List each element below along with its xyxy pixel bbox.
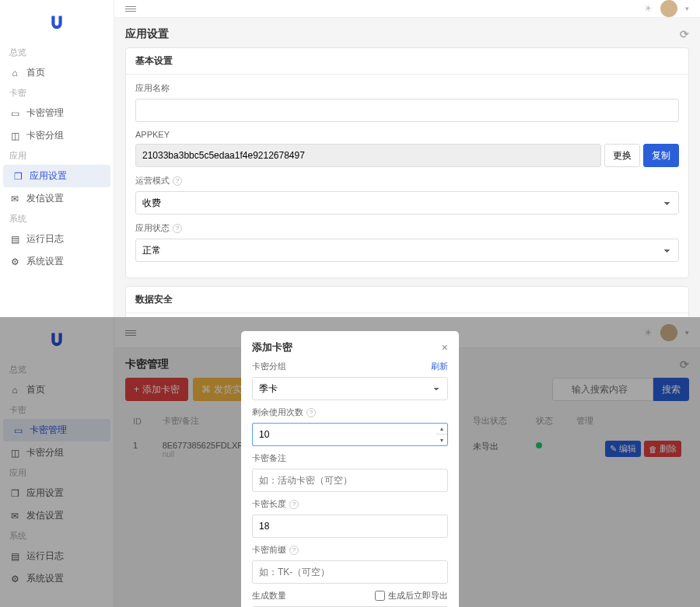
menu-toggle-icon[interactable] [125, 5, 136, 12]
card-basic-header: 基本设置 [126, 48, 688, 75]
nav-run-log[interactable]: ▤运行日志 [0, 228, 114, 250]
avatar[interactable] [660, 0, 677, 17]
help-icon[interactable]: ? [173, 176, 182, 186]
label-times: 剩余使用次数 [252, 406, 303, 418]
help-icon[interactable]: ? [173, 224, 182, 233]
nav-send-settings[interactable]: ✉发信设置 [0, 187, 114, 210]
copy-button[interactable]: 复制 [643, 144, 679, 167]
length-input[interactable] [252, 515, 448, 538]
card-security: 数据安全 数据签名? 关闭 数据有效期? 秒 [125, 286, 689, 317]
cube-icon: ❒ [12, 171, 23, 182]
main: ☀ ▾ 应用设置 ⟳ 基本设置 应用名称 APPKEY 更换 [114, 0, 700, 317]
gear-icon: ⚙ [9, 256, 20, 267]
mail-icon: ✉ [9, 194, 20, 204]
sidebar: 总览 ⌂首页 卡密 ▭卡密管理 ◫卡密分组 应用 ❒应用设置 ✉发信设置 系统 … [0, 0, 114, 317]
label-status: 应用状态? [135, 222, 679, 234]
card-basic: 基本设置 应用名称 APPKEY 更换 复制 运营模式? 收费 [125, 47, 689, 278]
remark-input[interactable] [252, 469, 448, 492]
nav-home[interactable]: ⌂首页 [0, 61, 114, 84]
step-up-icon[interactable]: ▲ [436, 424, 447, 434]
prefix-input[interactable] [252, 560, 448, 584]
add-card-modal: 添加卡密 × 卡密分组刷新 季卡 剩余使用次数? ▲▼ 卡密备注 卡密长度? [241, 331, 459, 607]
section-card: 卡密 [0, 84, 114, 102]
log-icon: ▤ [9, 234, 20, 245]
status-select[interactable]: 正常 [135, 239, 679, 262]
page-title: 应用设置 ⟳ [114, 18, 700, 47]
label-remark: 卡密备注 [252, 452, 448, 464]
modal-title: 添加卡密 [252, 340, 292, 354]
label-count: 生成数量 [252, 590, 286, 602]
label-appkey: APPKEY [135, 130, 679, 139]
home-icon: ⌂ [9, 68, 20, 78]
close-icon[interactable]: × [442, 341, 448, 354]
help-icon[interactable]: ? [289, 500, 299, 509]
section-app: 应用 [0, 147, 114, 165]
theme-icon[interactable]: ☀ [644, 3, 653, 14]
logo-icon [49, 14, 65, 30]
modal-overlay: 添加卡密 × 卡密分组刷新 季卡 剩余使用次数? ▲▼ 卡密备注 卡密长度? [0, 317, 700, 607]
label-mode: 运营模式? [135, 175, 679, 187]
export-now-checkbox[interactable]: 生成后立即导出 [375, 590, 448, 602]
label-prefix: 卡密前缀 [252, 544, 286, 556]
label-length: 卡密长度 [252, 498, 286, 510]
card-icon: ▭ [9, 108, 20, 119]
mode-select[interactable]: 收费 [135, 191, 679, 215]
card-security-header: 数据安全 [126, 287, 688, 313]
nav-app-settings[interactable]: ❒应用设置 [3, 165, 110, 187]
section-overview: 总览 [0, 44, 114, 61]
nav-card-group[interactable]: ◫卡密分组 [0, 124, 114, 147]
chevron-down-icon[interactable]: ▾ [685, 5, 689, 12]
label-group: 卡密分组 [252, 361, 286, 372]
section-system: 系统 [0, 210, 114, 228]
help-icon[interactable]: ? [306, 408, 316, 417]
topbar: ☀ ▾ [114, 0, 700, 18]
app-name-input[interactable] [135, 99, 679, 122]
nav-sys-settings[interactable]: ⚙系统设置 [0, 250, 114, 273]
times-input[interactable] [252, 423, 436, 446]
label-app-name: 应用名称 [135, 82, 679, 94]
refresh-icon[interactable]: ⟳ [680, 28, 689, 40]
help-icon[interactable]: ? [289, 546, 299, 555]
refresh-link[interactable]: 刷新 [431, 361, 448, 372]
step-down-icon[interactable]: ▼ [436, 434, 447, 445]
change-button[interactable]: 更换 [604, 144, 640, 167]
group-select[interactable]: 季卡 [252, 377, 448, 400]
appkey-input[interactable] [135, 144, 601, 167]
nav-card-manage[interactable]: ▭卡密管理 [0, 102, 114, 124]
group-icon: ◫ [9, 131, 20, 141]
